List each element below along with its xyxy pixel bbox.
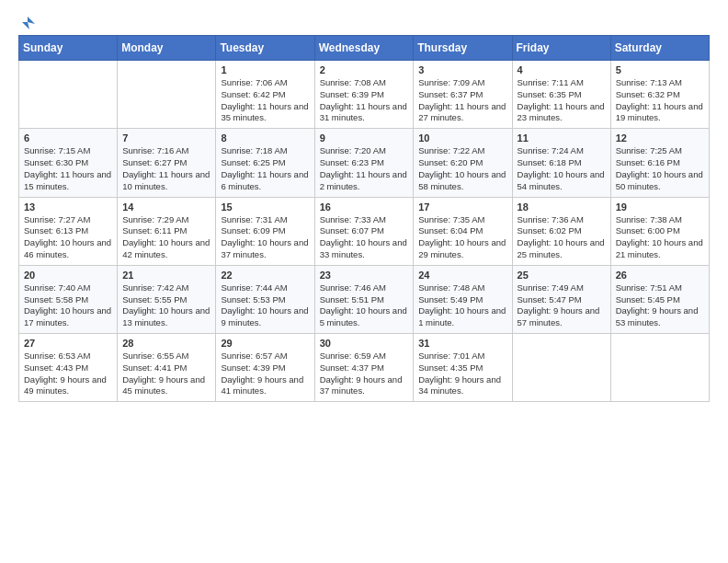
day-number: 1 [221, 64, 309, 75]
day-number: 28 [122, 338, 210, 349]
calendar-week-row: 13Sunrise: 7:27 AM Sunset: 6:13 PM Dayli… [19, 197, 710, 265]
day-info: Sunrise: 6:59 AM Sunset: 4:37 PM Dayligh… [320, 350, 409, 397]
day-number: 25 [518, 270, 606, 281]
logo [18, 15, 35, 29]
calendar-cell: 17Sunrise: 7:35 AM Sunset: 6:04 PM Dayli… [414, 197, 512, 265]
calendar-cell [118, 61, 216, 129]
day-info: Sunrise: 7:27 AM Sunset: 6:13 PM Dayligh… [24, 214, 112, 261]
day-info: Sunrise: 7:33 AM Sunset: 6:07 PM Dayligh… [320, 214, 409, 261]
calendar-cell: 23Sunrise: 7:46 AM Sunset: 5:51 PM Dayli… [314, 265, 414, 333]
calendar-cell: 6Sunrise: 7:15 AM Sunset: 6:30 PM Daylig… [19, 129, 118, 197]
calendar-week-row: 20Sunrise: 7:40 AM Sunset: 5:58 PM Dayli… [19, 265, 710, 333]
day-info: Sunrise: 7:08 AM Sunset: 6:39 PM Dayligh… [320, 77, 409, 124]
calendar-header-thursday: Thursday [414, 36, 512, 61]
calendar-cell: 21Sunrise: 7:42 AM Sunset: 5:55 PM Dayli… [118, 265, 216, 333]
day-number: 5 [616, 64, 704, 75]
day-number: 23 [320, 270, 409, 281]
day-number: 2 [320, 64, 409, 75]
calendar-cell [512, 334, 610, 402]
day-number: 29 [221, 338, 309, 349]
svg-marker-0 [22, 17, 35, 29]
calendar-header-tuesday: Tuesday [216, 36, 314, 61]
day-number: 21 [122, 270, 210, 281]
calendar-cell: 14Sunrise: 7:29 AM Sunset: 6:11 PM Dayli… [118, 197, 216, 265]
calendar-cell: 12Sunrise: 7:25 AM Sunset: 6:16 PM Dayli… [610, 129, 709, 197]
calendar-cell: 1Sunrise: 7:06 AM Sunset: 6:42 PM Daylig… [216, 61, 314, 129]
day-number: 24 [418, 270, 506, 281]
calendar-week-row: 6Sunrise: 7:15 AM Sunset: 6:30 PM Daylig… [19, 129, 710, 197]
calendar-cell: 11Sunrise: 7:24 AM Sunset: 6:18 PM Dayli… [512, 129, 610, 197]
calendar-cell [610, 334, 709, 402]
day-number: 16 [320, 201, 409, 213]
calendar-cell: 9Sunrise: 7:20 AM Sunset: 6:23 PM Daylig… [314, 129, 414, 197]
day-info: Sunrise: 7:44 AM Sunset: 5:53 PM Dayligh… [221, 282, 309, 329]
calendar-cell: 2Sunrise: 7:08 AM Sunset: 6:39 PM Daylig… [314, 61, 414, 129]
day-number: 12 [616, 132, 704, 144]
day-info: Sunrise: 7:09 AM Sunset: 6:37 PM Dayligh… [418, 77, 506, 124]
day-number: 8 [221, 132, 309, 144]
calendar-cell: 28Sunrise: 6:55 AM Sunset: 4:41 PM Dayli… [118, 334, 216, 402]
day-number: 17 [418, 201, 506, 213]
calendar-cell: 26Sunrise: 7:51 AM Sunset: 5:45 PM Dayli… [610, 265, 709, 333]
day-info: Sunrise: 7:24 AM Sunset: 6:18 PM Dayligh… [518, 145, 606, 192]
day-number: 15 [221, 201, 309, 213]
day-number: 4 [518, 64, 606, 75]
calendar-cell: 31Sunrise: 7:01 AM Sunset: 4:35 PM Dayli… [414, 334, 512, 402]
day-number: 18 [518, 201, 606, 213]
calendar-header-sunday: Sunday [19, 36, 118, 61]
calendar-cell: 27Sunrise: 6:53 AM Sunset: 4:43 PM Dayli… [19, 334, 118, 402]
day-number: 19 [616, 201, 704, 213]
day-info: Sunrise: 6:55 AM Sunset: 4:41 PM Dayligh… [122, 350, 210, 397]
calendar-cell: 13Sunrise: 7:27 AM Sunset: 6:13 PM Dayli… [19, 197, 118, 265]
calendar-week-row: 1Sunrise: 7:06 AM Sunset: 6:42 PM Daylig… [19, 61, 710, 129]
day-info: Sunrise: 7:18 AM Sunset: 6:25 PM Dayligh… [221, 145, 309, 192]
calendar-cell: 3Sunrise: 7:09 AM Sunset: 6:37 PM Daylig… [414, 61, 512, 129]
calendar-cell: 29Sunrise: 6:57 AM Sunset: 4:39 PM Dayli… [216, 334, 314, 402]
calendar-cell: 16Sunrise: 7:33 AM Sunset: 6:07 PM Dayli… [314, 197, 414, 265]
day-number: 7 [122, 132, 210, 144]
calendar-cell: 22Sunrise: 7:44 AM Sunset: 5:53 PM Dayli… [216, 265, 314, 333]
calendar-cell: 19Sunrise: 7:38 AM Sunset: 6:00 PM Dayli… [610, 197, 709, 265]
calendar-cell: 25Sunrise: 7:49 AM Sunset: 5:47 PM Dayli… [512, 265, 610, 333]
day-info: Sunrise: 7:35 AM Sunset: 6:04 PM Dayligh… [418, 214, 506, 261]
day-info: Sunrise: 7:25 AM Sunset: 6:16 PM Dayligh… [616, 145, 704, 192]
day-info: Sunrise: 7:48 AM Sunset: 5:49 PM Dayligh… [418, 282, 506, 329]
calendar-cell: 18Sunrise: 7:36 AM Sunset: 6:02 PM Dayli… [512, 197, 610, 265]
day-number: 31 [418, 338, 506, 349]
day-info: Sunrise: 7:20 AM Sunset: 6:23 PM Dayligh… [320, 145, 409, 192]
day-info: Sunrise: 7:38 AM Sunset: 6:00 PM Dayligh… [616, 214, 704, 261]
day-number: 11 [518, 132, 606, 144]
day-number: 10 [418, 132, 506, 144]
day-number: 30 [320, 338, 409, 349]
calendar-cell: 4Sunrise: 7:11 AM Sunset: 6:35 PM Daylig… [512, 61, 610, 129]
calendar-cell: 8Sunrise: 7:18 AM Sunset: 6:25 PM Daylig… [216, 129, 314, 197]
day-number: 13 [24, 201, 112, 213]
page-header [18, 15, 710, 29]
calendar-cell: 15Sunrise: 7:31 AM Sunset: 6:09 PM Dayli… [216, 197, 314, 265]
day-number: 22 [221, 270, 309, 281]
day-info: Sunrise: 7:22 AM Sunset: 6:20 PM Dayligh… [418, 145, 506, 192]
day-number: 9 [320, 132, 409, 144]
day-info: Sunrise: 7:15 AM Sunset: 6:30 PM Dayligh… [24, 145, 112, 192]
calendar-cell: 5Sunrise: 7:13 AM Sunset: 6:32 PM Daylig… [610, 61, 709, 129]
day-info: Sunrise: 7:06 AM Sunset: 6:42 PM Dayligh… [221, 77, 309, 124]
calendar-cell: 10Sunrise: 7:22 AM Sunset: 6:20 PM Dayli… [414, 129, 512, 197]
day-info: Sunrise: 7:40 AM Sunset: 5:58 PM Dayligh… [24, 282, 112, 329]
calendar-header-wednesday: Wednesday [314, 36, 414, 61]
day-info: Sunrise: 7:16 AM Sunset: 6:27 PM Dayligh… [122, 145, 210, 192]
day-number: 20 [24, 270, 112, 281]
day-info: Sunrise: 7:31 AM Sunset: 6:09 PM Dayligh… [221, 214, 309, 261]
day-number: 26 [616, 270, 704, 281]
calendar-header-row: SundayMondayTuesdayWednesdayThursdayFrid… [19, 36, 710, 61]
calendar-cell: 24Sunrise: 7:48 AM Sunset: 5:49 PM Dayli… [414, 265, 512, 333]
calendar-cell: 30Sunrise: 6:59 AM Sunset: 4:37 PM Dayli… [314, 334, 414, 402]
calendar-table: SundayMondayTuesdayWednesdayThursdayFrid… [18, 35, 710, 402]
day-info: Sunrise: 7:51 AM Sunset: 5:45 PM Dayligh… [616, 282, 704, 329]
day-info: Sunrise: 7:36 AM Sunset: 6:02 PM Dayligh… [518, 214, 606, 261]
day-info: Sunrise: 7:01 AM Sunset: 4:35 PM Dayligh… [418, 350, 506, 397]
logo-bird-icon [20, 15, 35, 29]
day-info: Sunrise: 7:11 AM Sunset: 6:35 PM Dayligh… [518, 77, 606, 124]
calendar-cell: 7Sunrise: 7:16 AM Sunset: 6:27 PM Daylig… [118, 129, 216, 197]
calendar-header-friday: Friday [512, 36, 610, 61]
day-info: Sunrise: 7:29 AM Sunset: 6:11 PM Dayligh… [122, 214, 210, 261]
